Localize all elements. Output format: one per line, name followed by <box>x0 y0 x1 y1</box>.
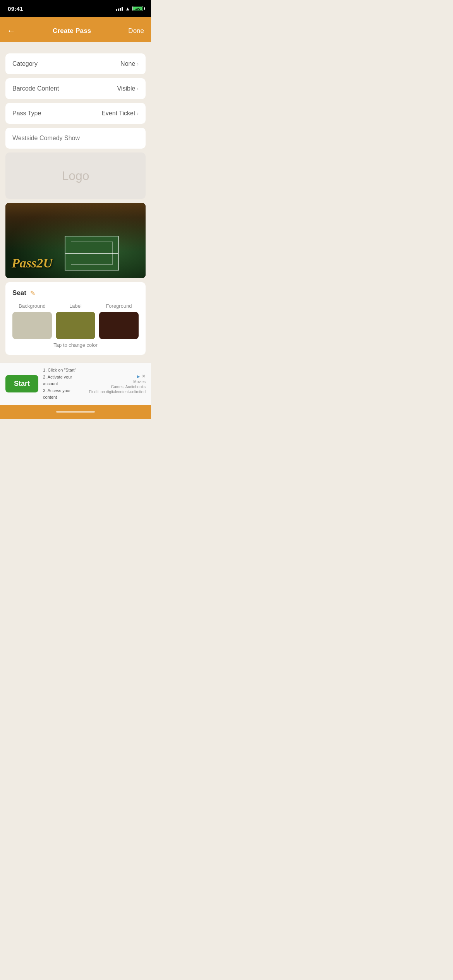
ad-banner: Start 1. Click on "Start" 2. Activate yo… <box>0 363 151 405</box>
status-time: 09:41 <box>8 5 23 12</box>
logo-placeholder[interactable]: Logo <box>5 152 146 199</box>
nav-title: Create Pass <box>53 27 91 35</box>
logo-placeholder-text: Logo <box>62 169 89 183</box>
category-label: Category <box>12 60 38 67</box>
barcode-row[interactable]: Barcode Content Visible › <box>5 78 146 99</box>
nav-bar: ← Create Pass Done <box>0 20 151 42</box>
tap-hint: Tap to change color <box>12 342 139 348</box>
barcode-value: Visible › <box>117 85 139 92</box>
tennis-court <box>65 236 119 271</box>
content: Category None › Barcode Content Visible … <box>0 46 151 363</box>
seat-title: Seat <box>12 289 26 297</box>
pass-type-row[interactable]: Pass Type Event Ticket › <box>5 103 146 124</box>
home-indicator <box>56 411 95 413</box>
stadium-text: Pass2U <box>12 256 53 271</box>
category-row[interactable]: Category None › <box>5 53 146 74</box>
seat-section: Seat ✎ Background Label Foreground Tap t… <box>5 282 146 355</box>
edit-icon[interactable]: ✎ <box>30 290 35 297</box>
status-bar: 09:41 ▲ 100 <box>0 0 151 17</box>
barcode-label: Barcode Content <box>12 85 59 92</box>
barcode-chevron-icon: › <box>137 86 139 92</box>
foreground-color-option: Foreground <box>99 303 139 339</box>
ad-line-1: 1. Click on "Start" <box>43 367 84 374</box>
background-color-option: Background <box>12 303 52 339</box>
label-swatch[interactable] <box>56 312 95 339</box>
ad-line-2: 2. Activate your account <box>43 374 84 387</box>
back-button[interactable]: ← <box>7 26 15 36</box>
color-options: Background Label Foreground <box>12 303 139 339</box>
signal-icon <box>116 6 123 11</box>
ad-right-line3: Find it on digitalcontent-unlimited <box>89 390 146 394</box>
ad-right-line2: Games, Audiobooks <box>111 385 146 389</box>
pass-type-label: Pass Type <box>12 110 41 117</box>
ad-text-block: 1. Click on "Start" 2. Activate your acc… <box>43 367 84 401</box>
ad-close-button[interactable]: ✕ <box>142 373 146 379</box>
category-chevron-icon: › <box>137 61 139 67</box>
label-color-option: Label <box>56 303 95 339</box>
label-color-label: Label <box>69 303 82 309</box>
ad-line-3: 3. Access your content <box>43 387 84 401</box>
ad-play-icon: ▶ <box>137 374 140 379</box>
ad-right-line1: Movies <box>133 380 146 384</box>
done-button[interactable]: Done <box>128 27 144 35</box>
seat-header: Seat ✎ <box>12 289 139 297</box>
bottom-bar <box>0 405 151 419</box>
ad-right: ▶ ✕ Movies Games, Audiobooks Find it on … <box>89 373 146 394</box>
ad-close-row: ▶ ✕ <box>137 373 146 379</box>
title-input[interactable] <box>12 135 139 142</box>
status-icons: ▲ 100 <box>116 6 143 12</box>
stadium-image[interactable]: Pass2U <box>5 203 146 278</box>
background-label: Background <box>19 303 45 309</box>
foreground-label: Foreground <box>106 303 132 309</box>
ad-start-button[interactable]: Start <box>5 375 38 392</box>
pass-type-value: Event Ticket › <box>101 110 139 117</box>
spacer <box>0 42 151 46</box>
battery-icon: 100 <box>132 6 143 11</box>
wifi-icon: ▲ <box>125 6 130 12</box>
category-value: None › <box>120 60 139 67</box>
top-accent <box>0 17 151 20</box>
foreground-swatch[interactable] <box>99 312 139 339</box>
pass-type-chevron-icon: › <box>137 110 139 117</box>
title-field-row[interactable] <box>5 128 146 149</box>
background-swatch[interactable] <box>12 312 52 339</box>
